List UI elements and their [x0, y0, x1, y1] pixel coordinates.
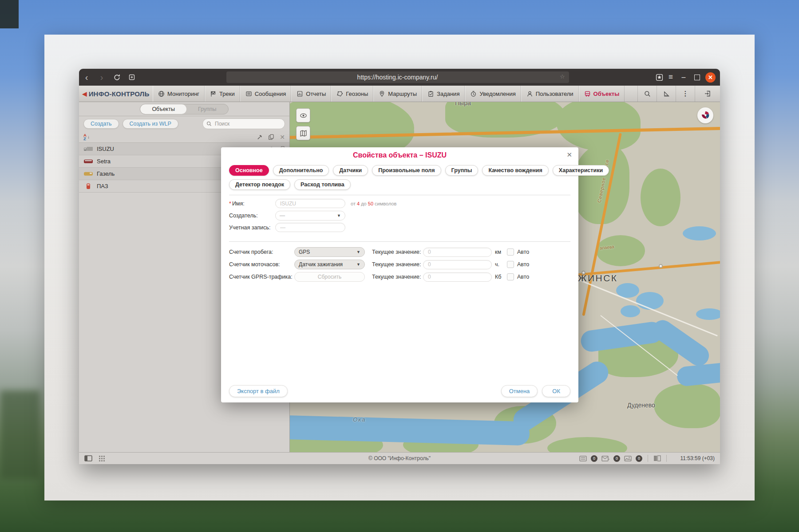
map-lake: [683, 226, 716, 240]
logo-text: ИНФО-КОНТРОЛЬ: [89, 90, 150, 98]
creator-select[interactable]: — ▼: [275, 211, 345, 221]
map-lake: [696, 308, 720, 320]
map-label-village: Дуденево: [627, 402, 655, 409]
tab-main[interactable]: Основное: [229, 165, 269, 176]
divider: [229, 241, 570, 242]
reset-button[interactable]: Сбросить: [294, 272, 365, 282]
nav-item-reports[interactable]: Отчеты: [291, 86, 331, 102]
map-visibility-button[interactable]: [296, 108, 310, 122]
clear-selection-icon[interactable]: ✕: [280, 134, 285, 141]
map-forest-area: [596, 235, 645, 266]
gprs-traffic-value-input[interactable]: [423, 272, 492, 282]
mileage-value-input[interactable]: [423, 248, 492, 257]
mileage-source-select[interactable]: GPS ▼: [294, 247, 365, 257]
tab-groups[interactable]: Группы: [186, 104, 228, 114]
tab-additional[interactable]: Дополнительно: [273, 165, 329, 176]
close-window-button[interactable]: ✕: [705, 72, 716, 83]
ok-button[interactable]: ОК: [542, 385, 570, 397]
map-river: [676, 362, 720, 387]
tab-sensors[interactable]: Датчики: [333, 165, 368, 176]
current-value-label: Текущее значение:: [372, 274, 423, 280]
mail-icon[interactable]: [601, 456, 609, 461]
bookmarks-toolbar-icon[interactable]: [656, 74, 663, 81]
sidebar-toggle-icon[interactable]: [84, 455, 92, 461]
browser-menu-icon[interactable]: ≡: [666, 73, 676, 82]
gprs-traffic-counter-row: Счетчик GPRS-трафика: Сбросить Текущее з…: [221, 271, 578, 283]
tab-characteristics[interactable]: Характеристики: [553, 165, 609, 176]
map-layers-button[interactable]: [296, 126, 310, 140]
flag-icon: [210, 91, 217, 97]
image-counter-badge[interactable]: 0: [636, 455, 642, 462]
new-tab-button[interactable]: [124, 69, 139, 86]
app-logo[interactable]: ◀ ИНФО-КОНТРОЛЬ: [79, 86, 153, 102]
tab-trip-detector[interactable]: Детектор поездок: [229, 179, 290, 190]
create-from-wlp-button[interactable]: Создать из WLP: [123, 119, 178, 129]
minimize-button[interactable]: –: [678, 73, 689, 81]
nav-item-messages[interactable]: Сообщения: [240, 86, 292, 102]
cancel-button[interactable]: Отмена: [501, 385, 538, 397]
copy-icon[interactable]: [268, 134, 274, 140]
reload-button[interactable]: [109, 69, 124, 86]
nav-item-users[interactable]: Пользователи: [521, 86, 579, 102]
wrench-icon[interactable]: [257, 134, 263, 140]
chevron-down-icon: ▼: [356, 250, 360, 254]
bus-icon: [584, 91, 591, 97]
mileage-auto-checkbox[interactable]: [507, 248, 514, 256]
account-input[interactable]: [275, 223, 345, 232]
engine-hours-auto-checkbox[interactable]: [507, 261, 514, 268]
search-button[interactable]: [637, 86, 657, 102]
search-input[interactable]: [214, 120, 269, 127]
sort-row-tools: ✕: [257, 134, 285, 141]
unit-label: Кб: [495, 274, 506, 280]
object-name: ПАЗ: [97, 183, 108, 189]
address-bar[interactable]: https://hosting.ic-company.ru/ ☆: [226, 71, 569, 83]
nav-item-objects[interactable]: Объекты: [579, 86, 625, 102]
account-field-row: Учетная запись:: [221, 221, 578, 233]
export-to-file-button[interactable]: Экспорт в файл: [229, 385, 288, 397]
separator: [648, 455, 648, 462]
engine-hours-source-select[interactable]: Датчик зажигания ▼: [294, 260, 365, 269]
mail-counter-badge[interactable]: 0: [613, 455, 620, 462]
nav-item-label: Треки: [219, 91, 235, 97]
tab-fuel-consumption[interactable]: Расход топлива: [294, 179, 351, 190]
tab-driving-quality[interactable]: Качество вождения: [482, 165, 548, 176]
current-value-label: Текущее значение:: [372, 249, 423, 255]
object-search-field[interactable]: [202, 118, 285, 129]
device-card-icon[interactable]: [579, 456, 587, 461]
more-options-button[interactable]: ⋮: [676, 86, 695, 102]
logout-button[interactable]: [695, 86, 720, 102]
engine-hours-value-input[interactable]: [423, 260, 492, 269]
sidebar-sort-row: AZ ↓ ✕: [79, 131, 289, 143]
table-view-icon[interactable]: [653, 455, 661, 461]
nav-item-notifications[interactable]: Уведомления: [465, 86, 521, 102]
route-pin-icon: [379, 91, 385, 97]
create-button[interactable]: Создать: [83, 119, 119, 129]
browser-toolbar: ‹ › https://hosting.ic-company.ru/ ☆ ≡ –…: [79, 69, 720, 86]
device-counter-badge[interactable]: 0: [591, 455, 597, 462]
dialog-close-icon[interactable]: ✕: [566, 151, 572, 158]
auto-label: Авто: [517, 249, 529, 255]
nav-item-label: Объекты: [593, 91, 620, 97]
dialog-tabs-row1: Основное Дополнительно Датчики Произволь…: [221, 165, 578, 176]
sort-az-button[interactable]: AZ ↓: [83, 134, 90, 141]
nav-item-monitoring[interactable]: Мониторинг: [153, 86, 205, 102]
grid-view-icon[interactable]: [99, 455, 105, 462]
nav-item-geofences[interactable]: Геозоны: [331, 86, 373, 102]
gprs-traffic-auto-checkbox[interactable]: [507, 273, 514, 280]
tab-custom-fields[interactable]: Произвольные поля: [372, 165, 441, 176]
image-icon[interactable]: [624, 456, 632, 461]
measure-button[interactable]: [657, 86, 676, 102]
forward-button[interactable]: ›: [94, 69, 109, 86]
unit-label: ч.: [495, 261, 506, 268]
nav-item-tracks[interactable]: Треки: [205, 86, 240, 102]
maximize-button[interactable]: [694, 75, 700, 80]
bookmark-star-icon[interactable]: ☆: [560, 73, 565, 80]
name-input[interactable]: [275, 199, 345, 208]
clock-icon: [470, 91, 477, 97]
back-button[interactable]: ‹: [79, 69, 94, 86]
nav-item-routes[interactable]: Маршруты: [373, 86, 422, 102]
nav-item-tasks[interactable]: Задания: [422, 86, 465, 102]
tab-objects[interactable]: Объекты: [140, 104, 186, 114]
truck-icon: [83, 146, 93, 152]
tab-groups[interactable]: Группы: [445, 165, 479, 176]
